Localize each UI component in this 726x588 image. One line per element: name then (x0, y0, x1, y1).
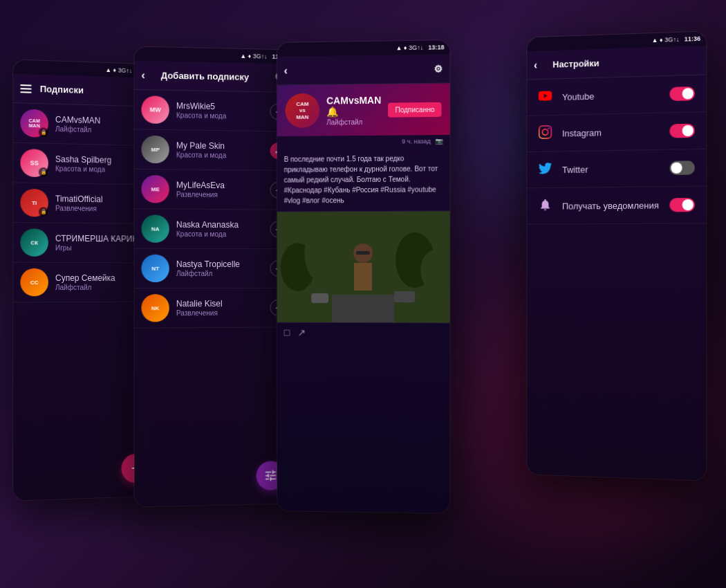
item-text-naska: Naska Ananaska Красота и мода (176, 220, 263, 239)
external-link-icon[interactable]: ↗ (298, 327, 306, 338)
item-text-mypaleskin: My Pale Skin Красота и мода (176, 140, 263, 159)
instagram-icon (538, 125, 552, 142)
item-text-natalie: Natalie Kisel Развлечения (176, 299, 263, 317)
list-item-nastya[interactable]: NT Nastya Tropicelle Лайфстайл + (134, 249, 293, 288)
settings-item-youtube[interactable]: Youtube (527, 75, 706, 116)
back-button-2[interactable]: ‹ (141, 68, 155, 82)
menu-button-1[interactable] (20, 82, 34, 96)
avatar-nastya: NT (141, 255, 169, 282)
settings-item-instagram[interactable]: Instagram (527, 112, 706, 152)
avatar-semejka: СС (20, 268, 48, 296)
channel-name: CAMvsMAN 🔔 (326, 94, 381, 117)
bell-icon (538, 198, 552, 214)
svg-rect-5 (332, 295, 394, 322)
avatar-wrap-semejka: СС (20, 268, 48, 296)
settings-item-notifications[interactable]: Получать уведомления (527, 187, 706, 225)
avatar-wrap-karina: СК (20, 228, 48, 257)
add-subscription-list: MW MrsWikie5 Красота и мода + MP My Pale… (134, 90, 293, 507)
toolbar-4: ‹ Настройки (527, 46, 706, 80)
post-image (277, 211, 450, 322)
post-image-scene (277, 211, 450, 322)
toolbar-3: ‹ ⚙ (277, 54, 450, 85)
avatar-wrap-camvsman: CAMMAN 🔒 (20, 109, 48, 137)
channel-info: CAMvsMAN 🔔 Лайфстайл (326, 94, 381, 126)
notifications-toggle[interactable] (669, 198, 695, 212)
twitter-toggle[interactable] (669, 160, 695, 175)
channel-header: CAMvsMAN CAMvsMAN 🔔 Лайфстайл Подписанно (277, 83, 450, 136)
phone-add-subscription: ▲ ♦ 3G↑↓ 11:37 ‹ Добавить подписку 🔍 MW … (134, 46, 293, 506)
lock-icon-1: 🔒 (39, 127, 48, 137)
item-name-naska: Naska Ananaska (176, 220, 263, 230)
list-item-mrswike5[interactable]: MW MrsWikie5 Красота и мода + (134, 90, 293, 132)
avatar-wrap-sasha: SS 🔒 (20, 149, 48, 177)
toolbar-2: ‹ Добавить подписку 🔍 (134, 61, 293, 93)
phone-channel-detail: ▲ ♦ 3G↑↓ 13:18 ‹ ⚙ CAMvsMAN CAMvsMAN 🔔 Л… (277, 40, 450, 513)
post-time: 9 ч. назад 📷 (277, 135, 450, 149)
item-name-mrswike5: MrsWikie5 (176, 101, 263, 112)
signal-icons-3: ▲ ♦ 3G↑↓ (396, 44, 424, 52)
item-name-mylifeeva: MyLifeAsEva (176, 180, 263, 190)
item-cat-naska: Красота и мода (176, 230, 263, 239)
phone-settings: ▲ ♦ 3G↑↓ 11:36 ‹ Настройки Youtube (527, 31, 706, 480)
notifications-label: Получать уведомления (562, 200, 660, 211)
cam-logo: CAMvsMAN (286, 93, 320, 128)
signal-icons-1: ▲ ♦ 3G↑↓ (105, 66, 132, 74)
item-text-mrswike5: MrsWikie5 Красота и мода (176, 101, 263, 120)
svg-rect-10 (311, 293, 328, 303)
instagram-label: Instagram (562, 126, 660, 138)
settings-item-twitter[interactable]: Twitter (527, 149, 706, 189)
youtube-icon (538, 89, 552, 105)
settings-list: Youtube (527, 75, 706, 480)
avatar-karina: СК (20, 228, 48, 257)
lock-icon-2: 🔒 (39, 167, 48, 177)
instagram-toggle[interactable] (669, 124, 695, 138)
list-item-naska[interactable]: NA Naska Ananaska Красота и мода + (134, 209, 293, 249)
list-item-mypaleskin[interactable]: MP My Pale Skin Красота и мода ✓ (134, 129, 293, 171)
twitter-label: Twitter (562, 163, 660, 175)
youtube-label: Youtube (562, 89, 660, 102)
phones-container: ▲ ♦ 3G↑↓ 11:36 Подписки CAMMAN 🔒 (0, 0, 726, 588)
list-item-natalie[interactable]: NK Natalie Kisel Развлечения + (134, 288, 293, 329)
post-actions: □ ↗ (277, 322, 450, 343)
toolbar-icons-3: ⚙ (434, 63, 443, 74)
avatar-wrap-timati: TI 🔒 (20, 189, 48, 217)
time-3: 13:18 (428, 44, 444, 50)
settings-title: Настройки (552, 55, 699, 70)
back-button-3[interactable]: ‹ (284, 64, 298, 77)
item-name-mypaleskin: My Pale Skin (176, 140, 263, 151)
item-cat-mypaleskin: Красота и мода (176, 151, 263, 159)
avatar-mypaleskin: MP (141, 136, 169, 164)
item-text-nastya: Nastya Tropicelle Лайфстайл (176, 259, 263, 277)
item-cat-natalie: Развлечения (176, 309, 263, 317)
avatar-naska: NA (141, 214, 169, 242)
svg-rect-7 (354, 263, 372, 291)
svg-point-2 (304, 222, 346, 284)
avatar-mrswike5: MW (141, 95, 169, 124)
subscribe-button[interactable]: Подписанно (388, 102, 441, 117)
svg-rect-8 (356, 251, 370, 255)
channel-category: Лайфстайл (326, 118, 381, 126)
add-subscription-title: Добавить подписку (161, 70, 275, 82)
item-cat-mrswike5: Красота и мода (176, 111, 263, 120)
list-item-mylifeeva[interactable]: ME MyLifeAsEva Развлечения + (134, 169, 293, 210)
avatar-mylifeeva: ME (141, 175, 169, 203)
instagram-source-icon: 📷 (435, 138, 443, 145)
svg-rect-9 (394, 291, 415, 302)
post-text: В последние почти 1.5 года так редко при… (277, 147, 450, 212)
twitter-icon (538, 161, 552, 178)
item-cat-mylifeeva: Развлечения (176, 191, 263, 199)
share-icon[interactable]: □ (284, 327, 290, 338)
item-cat-nastya: Лайфстайл (176, 270, 263, 277)
post-scene-svg (277, 211, 450, 322)
signal-icons-2: ▲ ♦ 3G↑↓ (240, 53, 267, 60)
avatar-natalie: NK (141, 294, 169, 322)
signal-icons-4: ▲ ♦ 3G↑↓ (652, 36, 680, 44)
item-name-natalie: Natalie Kisel (176, 299, 263, 309)
channel-logo: CAMvsMAN (286, 93, 320, 128)
back-button-4[interactable]: ‹ (534, 58, 547, 72)
item-text-mylifeeva: MyLifeAsEva Развлечения (176, 180, 263, 199)
item-name-nastya: Nastya Tropicelle (176, 259, 263, 269)
gear-icon[interactable]: ⚙ (434, 63, 443, 74)
lock-icon-3: 🔒 (39, 207, 48, 217)
youtube-toggle[interactable] (669, 86, 695, 101)
